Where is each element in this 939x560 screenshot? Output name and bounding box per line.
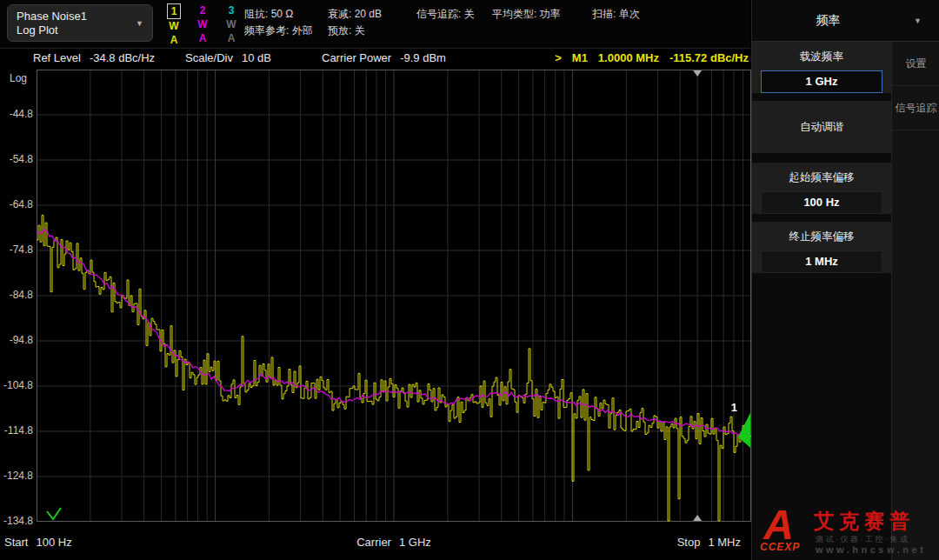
brand-url: www.hncsw.net xyxy=(816,544,926,555)
start-offset-button[interactable]: 起始频率偏移 100 Hz xyxy=(752,163,891,214)
analyzer-window: Phase Noise1 Log Plot ▼ 1 W A 2 W A 3 W … xyxy=(0,0,939,560)
param-signal-track: 信号追踪: 关 xyxy=(416,6,475,23)
menu-title: 频率 xyxy=(752,0,904,41)
phase-noise-chart-area: Ref Level-34.8 dBc/Hz Scale/Div10 dB Car… xyxy=(0,48,751,560)
chevron-down-icon: ▼ xyxy=(914,17,922,25)
stop-offset-value[interactable]: 1 MHz xyxy=(761,250,882,273)
x-axis-start-label: Start100 Hz xyxy=(4,536,72,549)
y-axis-tick-label: -54.8 xyxy=(0,153,33,165)
y-axis-tick-label: -104.8 xyxy=(0,379,33,391)
auto-tune-button[interactable]: 自动调谐 xyxy=(752,101,891,153)
param-impedance-freqref: 阻抗: 50 Ω 频率参考: 外部 xyxy=(244,6,313,39)
menu-divider xyxy=(752,155,891,163)
y-axis-tick-label: -134.8 xyxy=(0,515,33,527)
ref-level-readout: Ref Level-34.8 dBc/Hz xyxy=(33,51,155,64)
start-offset-value[interactable]: 100 Hz xyxy=(761,191,882,214)
measurement-selector-label: Phase Noise1 Log Plot xyxy=(17,10,136,37)
param-freq-ref: 频率参考: 外部 xyxy=(244,23,313,39)
y-axis-tick-label: -124.8 xyxy=(0,470,33,482)
carrier-frequency-button[interactable]: 载波频率 1 GHz xyxy=(752,42,891,93)
y-axis-tick-label: -84.8 xyxy=(0,289,33,301)
y-axis-tick-label: -74.8 xyxy=(0,243,33,256)
measurement-selector-dropdown[interactable]: Phase Noise1 Log Plot ▼ xyxy=(7,4,153,42)
y-axis-tick-label: -114.8 xyxy=(0,424,33,437)
chevron-down-icon: ▼ xyxy=(136,19,143,28)
param-sweep: 扫描: 单次 xyxy=(592,6,640,23)
y-axis-scale-label: Log xyxy=(10,72,27,84)
brand-logo: A CCEXP 艾克赛普 测试·仪器·工控·集成 www.hncsw.net xyxy=(758,506,936,557)
trace-1-selector[interactable]: 1 W A xyxy=(163,3,184,47)
param-preamp: 预放: 关 xyxy=(328,23,382,39)
menu-side-tabs: 设置 信号追踪 xyxy=(891,42,939,560)
menu-title-bar[interactable]: 频率 ▼ xyxy=(752,0,939,42)
trace-legend: 1 W A 2 W A 3 W A xyxy=(163,3,242,47)
tab-settings[interactable]: 设置 xyxy=(892,42,939,86)
y-axis-tick-label: -94.8 xyxy=(0,334,33,346)
frequency-menu-panel: 频率 ▼ 载波频率 1 GHz 自动调谐 起始频率偏移 100 Hz 终止频率偏… xyxy=(751,0,939,560)
marker-1-label: 1 xyxy=(731,401,737,414)
menu-items: 载波频率 1 GHz 自动调谐 起始频率偏移 100 Hz 终止频率偏移 1 M… xyxy=(752,42,891,281)
trace-2-selector[interactable]: 2 W A xyxy=(192,3,213,47)
x-axis-stop-label: Stop1 MHz xyxy=(677,536,741,549)
param-atten-preamp: 衰减: 20 dB 预放: 关 xyxy=(328,6,382,39)
marker-m1-readout: >M11.0000 MHz-115.72 dBc/Hz xyxy=(555,51,749,64)
x-axis-carrier-label: Carrier1 GHz xyxy=(356,536,431,549)
stop-offset-button[interactable]: 终止频率偏移 1 MHz xyxy=(752,222,891,273)
plot-region: 1 xyxy=(37,70,751,522)
brand-name: 艾克赛普 xyxy=(814,508,915,535)
scale-div-readout: Scale/Div10 dB xyxy=(185,51,271,64)
param-impedance: 阻抗: 50 Ω xyxy=(244,6,313,23)
top-status-bar: Phase Noise1 Log Plot ▼ 1 W A 2 W A 3 W … xyxy=(0,0,750,49)
param-avg-type: 平均类型: 功率 xyxy=(492,6,561,23)
trace-start-indicator-icon xyxy=(47,508,61,519)
y-axis-tick-label: -64.8 xyxy=(0,198,33,210)
param-attenuation: 衰减: 20 dB xyxy=(328,6,382,23)
trace-3-selector[interactable]: 3 W A xyxy=(221,3,242,47)
carrier-power-readout: Carrier Power-9.9 dBm xyxy=(322,51,446,64)
carrier-frequency-value[interactable]: 1 GHz xyxy=(761,70,882,93)
offset-indicator-top-icon xyxy=(693,70,702,77)
phase-noise-plot: 1 xyxy=(37,70,751,522)
brand-logo-subtext: CCEXP xyxy=(760,541,800,553)
y-axis-tick-label: -44.8 xyxy=(0,108,33,120)
tab-signal-tracking[interactable]: 信号追踪 xyxy=(892,86,939,130)
offset-indicator-bottom-icon xyxy=(693,515,702,521)
x-axis-labels: Start100 Hz Carrier1 GHz Stop1 MHz xyxy=(0,536,751,553)
